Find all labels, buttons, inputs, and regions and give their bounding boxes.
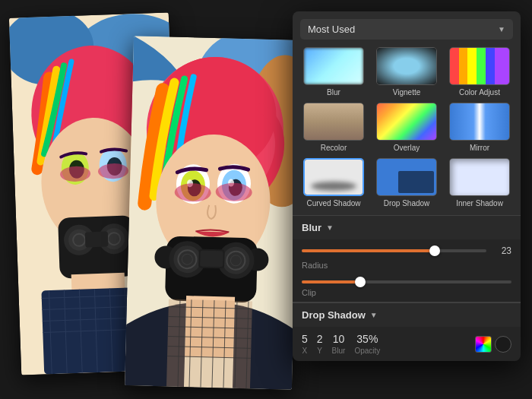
- radius-slider-container[interactable]: [302, 249, 486, 252]
- effect-thumb-inner-shadow: [449, 158, 510, 196]
- x-label: X: [302, 347, 308, 355]
- effect-label-blur: Blur: [327, 88, 340, 97]
- blur-value: 10: [333, 333, 345, 345]
- drop-shadow-dropdown-icon: ▼: [370, 311, 378, 319]
- effect-thumb-recolor: [303, 103, 364, 141]
- clip-slider-thumb[interactable]: [355, 277, 366, 287]
- effect-color-adjust[interactable]: Color Adjust: [446, 47, 513, 97]
- radius-value: 23: [492, 245, 511, 256]
- clip-slider-row: [293, 274, 521, 287]
- opacity-value: 35%: [356, 333, 378, 345]
- opacity-label: Opacity: [354, 347, 380, 355]
- blur-title: Blur: [302, 222, 321, 233]
- effect-thumb-blur: [303, 47, 364, 85]
- clip-slider-container[interactable]: [302, 280, 511, 283]
- effect-recolor[interactable]: Recolor: [300, 103, 367, 152]
- effect-thumb-mirror: [449, 103, 510, 141]
- effects-grid: Blur Vignette Color Adjust: [300, 47, 513, 207]
- blur-sublabel: Blur: [332, 347, 346, 355]
- effect-thumb-overlay: [376, 103, 437, 141]
- effect-blur[interactable]: Blur: [300, 47, 367, 97]
- blur-value-group: 10 Blur: [332, 333, 346, 355]
- effect-label-recolor: Recolor: [321, 144, 347, 152]
- drop-shadow-values: 5 X 2 Y 10 Blur 35% Opacity: [293, 327, 521, 361]
- drop-shadow-controls: Drop Shadow ▼ 5 X 2 Y 10 Blur 35% Opacit…: [293, 302, 521, 361]
- effect-thumb-color-adjust: [449, 47, 510, 85]
- effect-label-vignette: Vignette: [393, 88, 421, 97]
- radius-slider-thumb[interactable]: [429, 245, 440, 256]
- y-value-group: 2 Y: [317, 333, 323, 355]
- most-used-dropdown[interactable]: Most Used ▼: [300, 19, 513, 40]
- clip-label: Clip: [293, 287, 521, 302]
- radius-label: Radius: [293, 259, 521, 274]
- effect-thumb-vignette: [376, 47, 437, 85]
- blur-controls: Blur ▼ 23 Radius Clip: [293, 215, 521, 302]
- effect-drop-shadow[interactable]: Drop Shadow: [373, 158, 440, 207]
- effect-label-curved-shadow: Curved Shadow: [306, 199, 360, 207]
- color-swatch-group: [475, 336, 511, 353]
- dropdown-label: Most Used: [308, 24, 355, 35]
- effect-vignette[interactable]: Vignette: [373, 47, 440, 97]
- ui-panel: Most Used ▼ Blur Vignette: [293, 11, 521, 361]
- blur-dropdown-icon: ▼: [326, 223, 334, 232]
- effects-picker: Most Used ▼ Blur Vignette: [293, 11, 521, 215]
- clip-slider-track: [302, 280, 511, 283]
- x-value: 5: [302, 333, 308, 345]
- effect-mirror[interactable]: Mirror: [446, 103, 513, 152]
- x-value-group: 5 X: [302, 333, 308, 355]
- y-value: 2: [317, 333, 323, 345]
- effect-thumb-curved-shadow: [303, 158, 364, 196]
- radius-slider-row: 23: [293, 239, 521, 259]
- effect-label-overlay: Overlay: [394, 144, 420, 152]
- effect-inner-shadow[interactable]: Inner Shadow: [446, 158, 513, 207]
- effect-thumb-drop-shadow: [376, 158, 437, 196]
- radius-slider-track: [302, 249, 486, 252]
- effect-label-color-adjust: Color Adjust: [459, 88, 500, 97]
- clip-slider-fill: [302, 280, 360, 283]
- blur-section-header: Blur ▼: [293, 215, 521, 239]
- effect-label-inner-shadow: Inner Shadow: [456, 199, 503, 207]
- svg-rect-62: [166, 299, 252, 389]
- radius-slider-fill: [302, 249, 435, 252]
- effect-label-drop-shadow: Drop Shadow: [384, 199, 430, 207]
- effect-overlay[interactable]: Overlay: [373, 103, 440, 152]
- artwork-panel-front: [125, 36, 301, 390]
- color-circle-swatch[interactable]: [495, 336, 511, 353]
- color-grid-swatch[interactable]: [475, 336, 492, 353]
- drop-shadow-title: Drop Shadow: [302, 309, 366, 321]
- svg-rect-60: [200, 251, 223, 268]
- svg-rect-18: [85, 231, 109, 247]
- effect-curved-shadow[interactable]: Curved Shadow: [300, 158, 367, 207]
- dropdown-arrow-icon: ▼: [498, 25, 505, 33]
- y-label: Y: [317, 347, 322, 355]
- opacity-value-group: 35% Opacity: [354, 333, 380, 355]
- effect-label-mirror: Mirror: [470, 144, 489, 152]
- drop-shadow-header: Drop Shadow ▼: [293, 302, 521, 327]
